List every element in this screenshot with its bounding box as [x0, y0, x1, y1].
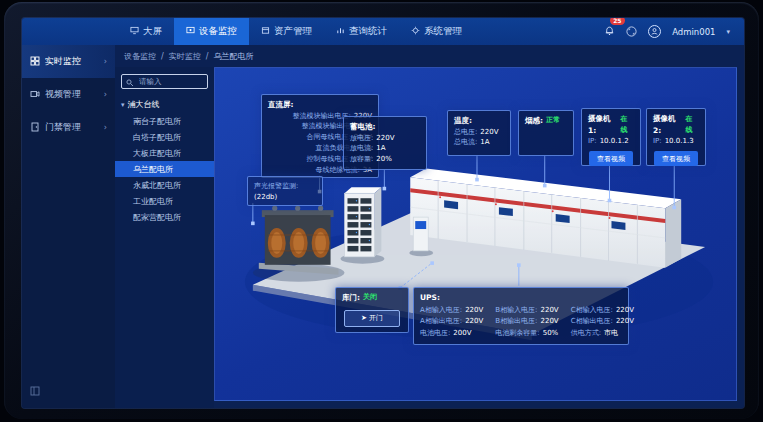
metric-value: 220V: [376, 133, 394, 144]
nav-tab-dashboard[interactable]: 大屏: [118, 18, 174, 45]
metric-value: 1A: [480, 137, 489, 148]
nav-tab-label: 系统管理: [424, 25, 462, 38]
metric-label: A相输出电压:: [420, 316, 462, 327]
ip-label: IP:: [653, 136, 662, 147]
screen-icon: [130, 26, 139, 37]
metric-label: 供电方式:: [571, 328, 601, 339]
metric-value: 220V: [616, 305, 634, 316]
sidebar-collapse-icon[interactable]: [30, 381, 40, 400]
video-camera-icon: [30, 89, 40, 101]
tree-item-station[interactable]: 白塔子配电所: [115, 129, 214, 145]
metric-label: B相输出电压:: [495, 316, 537, 327]
metric-label: 总电流:: [454, 137, 477, 148]
nav-tab-label: 查询统计: [349, 25, 387, 38]
metric-label: C相输入电压:: [571, 305, 613, 316]
metric-value: 220V: [540, 316, 558, 327]
tree-item-station[interactable]: 南台子配电所: [115, 113, 214, 129]
notification-badge: 25: [610, 18, 624, 25]
battery-panel: 蓄电池: 放电压:220V 放电流:1A 放容量:20%: [343, 116, 427, 170]
alarm-label: 声光报警监测:: [254, 181, 316, 192]
metric-label: 放电压:: [350, 133, 373, 144]
tree-item-station[interactable]: 永威北配电所: [115, 177, 214, 193]
sidebar-item-label: 视频管理: [45, 88, 81, 101]
tree-group-line[interactable]: ▾ 浦大台线: [115, 97, 214, 113]
panel-title: 摄像机1:: [588, 113, 618, 136]
metric-value: 220V: [465, 316, 483, 327]
breadcrumb-separator: /: [161, 52, 164, 61]
send-icon: ➤: [361, 314, 367, 322]
tree-item-station[interactable]: 大板庄配电所: [115, 145, 214, 161]
search-input[interactable]: [137, 76, 203, 87]
metric-label: 电池剩余容量:: [495, 328, 539, 339]
screen: 大屏 设备监控 资产管理 查询统计 系统管理 25: [0, 0, 763, 422]
metric-value: 220V: [465, 305, 483, 316]
station-tree-panel: ▾ 浦大台线 南台子配电所 白塔子配电所 大板庄配电所 乌兰配电所 永威北配电所…: [115, 67, 214, 408]
user-avatar[interactable]: [648, 25, 661, 38]
metric-label: 放电流:: [350, 143, 373, 154]
open-door-button[interactable]: ➤ 开门: [344, 310, 400, 327]
nav-tab-device-monitor[interactable]: 设备监控: [174, 18, 249, 45]
panel-title: 蓄电池:: [350, 121, 420, 133]
tree-group-label: 浦大台线: [128, 99, 160, 110]
top-nav: 大屏 设备监控 资产管理 查询统计 系统管理 25: [22, 18, 744, 45]
metric-label: C相输出电压:: [571, 316, 613, 327]
ip-value: 10.0.1.3: [665, 136, 694, 147]
device-frame: 大屏 设备监控 资产管理 查询统计 系统管理 25: [4, 2, 759, 419]
metric-value: 200V: [453, 328, 471, 339]
nav-tab-statistics[interactable]: 查询统计: [324, 18, 399, 45]
camera1-panel: 摄像机1:在线 IP:10.0.1.2 查看视频: [581, 108, 641, 166]
camera2-panel: 摄像机2:在线 IP:10.0.1.3 查看视频: [646, 108, 706, 166]
temperature-panel: 温度: 总电压:220V 总电流:1A: [447, 110, 511, 156]
tree-search-box: [121, 74, 208, 89]
ip-label: IP:: [588, 136, 597, 147]
open-door-label: 开门: [369, 314, 383, 322]
app-window: 大屏 设备监控 资产管理 查询统计 系统管理 25: [22, 18, 744, 408]
metric-value: 1A: [376, 143, 385, 154]
search-icon: [126, 72, 134, 91]
chevron-right-icon: ›: [104, 57, 107, 66]
notification-bell-icon[interactable]: 25: [604, 22, 615, 41]
breadcrumb-item[interactable]: 实时监控: [169, 51, 201, 62]
fullscreen-icon[interactable]: [626, 22, 637, 41]
ip-value: 10.0.1.2: [600, 136, 629, 147]
door-icon: [30, 122, 40, 134]
panel-title: 烟感:: [525, 115, 543, 127]
content-area: 设备监控 / 实时监控 / 乌兰配电所 ▾ 浦大台线 南台子配电所 白塔子配电所…: [115, 45, 744, 408]
tree-item-station[interactable]: 工业配电所: [115, 193, 214, 209]
username[interactable]: Admin001: [672, 27, 715, 37]
breadcrumb-item-current: 乌兰配电所: [213, 51, 253, 62]
alarm-value: (22db): [254, 192, 316, 203]
metric-label: 电池电压:: [420, 328, 450, 339]
user-dropdown-caret-icon[interactable]: ▾: [726, 28, 730, 36]
sidebar-item-access-control[interactable]: 门禁管理 ›: [22, 111, 115, 144]
door-panel: 库门:关闭 ➤ 开门: [335, 287, 409, 333]
nav-tab-label: 设备监控: [199, 25, 237, 38]
panel-title: UPS:: [420, 292, 622, 304]
metric-label: 总电压:: [454, 127, 477, 138]
gear-icon: [411, 26, 420, 37]
sidebar-item-realtime-monitor[interactable]: 实时监控 ›: [22, 45, 115, 78]
sidebar-item-label: 实时监控: [45, 55, 81, 68]
metric-value: 220V: [540, 305, 558, 316]
view-video-button[interactable]: 查看视频: [589, 151, 632, 166]
sidebar-item-video-management[interactable]: 视频管理 ›: [22, 78, 115, 111]
metric-label: 放容量:: [350, 154, 373, 165]
tree-item-station-selected[interactable]: 乌兰配电所: [115, 161, 214, 177]
chevron-right-icon: ›: [104, 123, 107, 132]
nav-tab-assets[interactable]: 资产管理: [249, 18, 324, 45]
station-3d-view: 直流屏: 整流模块输出电压:220V 整流模块输出电流:3A 合闸母线电压:20…: [214, 67, 737, 401]
battery-cabinet: [341, 187, 385, 264]
nav-right-tools: 25 Admin001 ▾: [604, 18, 744, 45]
view-video-button[interactable]: 查看视频: [654, 151, 697, 166]
status-badge: 在线: [686, 114, 699, 136]
nav-tab-system[interactable]: 系统管理: [399, 18, 474, 45]
metric-label: B相输入电压:: [495, 305, 537, 316]
breadcrumb-item[interactable]: 设备监控: [124, 51, 156, 62]
metric-label: A相输入电压:: [420, 305, 462, 316]
door-status: 关闭: [363, 292, 377, 303]
metric-value: 220V: [616, 316, 634, 327]
status-badge: 在线: [621, 114, 634, 136]
panel-title: 直流屏:: [268, 99, 372, 111]
tree-item-station[interactable]: 配家营配电所: [115, 209, 214, 225]
stats-icon: [336, 26, 345, 37]
